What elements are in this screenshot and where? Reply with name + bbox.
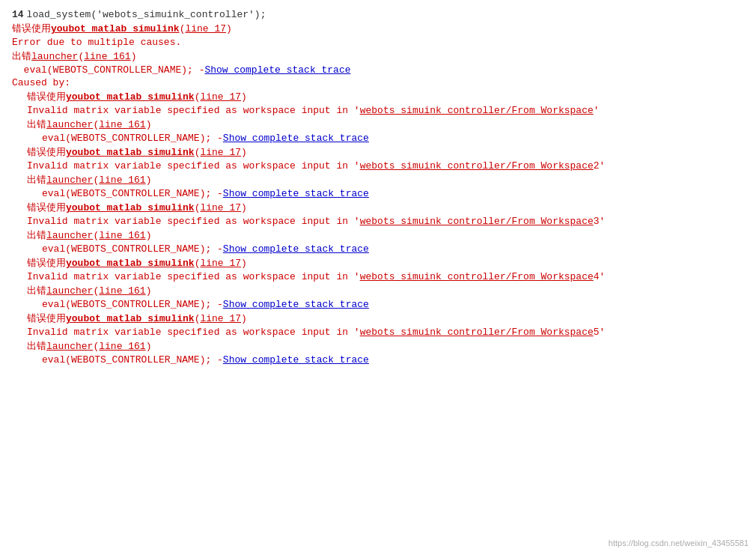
origin-close-top: ) <box>131 51 137 62</box>
sub-error-line-2: 错误使用 youbot_matlab_simulink ( line 17 ) <box>12 145 744 159</box>
sub-error-paren-5: ( <box>195 313 201 324</box>
eval-stack-top: eval(WEBOTS_CONTROLLER_NAME); - Show com… <box>12 64 744 76</box>
sub-invalid-line-2: Invalid matrix variable specified as wor… <box>12 160 744 172</box>
sub-error-lineref-3[interactable]: line 17 <box>200 202 241 213</box>
sub-eval-line-5: eval(WEBOTS_CONTROLLER_NAME); - Show com… <box>12 354 744 366</box>
origin-func-top[interactable]: launcher <box>31 51 78 62</box>
sub-path-link-1[interactable]: webots_simuink_controller/From_Workspace <box>360 105 594 116</box>
sub-origin-close-3: ) <box>146 230 152 241</box>
code-line-14: 14 load_system('webots_simuink_controlle… <box>12 9 744 20</box>
sub-path-link-5[interactable]: webots_simuink_controller/From_Workspace <box>360 327 594 338</box>
sub-origin-prefix-2: 出错 <box>27 173 46 186</box>
sub-origin-paren-1: ( <box>93 119 99 130</box>
sub-origin-lineref-4[interactable]: line 161 <box>99 285 145 297</box>
sub-origin-lineref-5[interactable]: line 161 <box>99 341 145 352</box>
error-line-link-top[interactable]: line 17 <box>185 23 226 34</box>
sub-origin-paren-3: ( <box>93 230 99 241</box>
error-line-paren-top: ( <box>180 23 186 34</box>
sub-eval-text-3: eval(WEBOTS_CONTROLLER_NAME); - <box>42 243 223 255</box>
sub-path-link-4[interactable]: webots_simuink_controller/From_Workspace <box>360 271 594 282</box>
sub-origin-func-5[interactable]: launcher <box>46 341 93 352</box>
sub-eval-line-4: eval(WEBOTS_CONTROLLER_NAME); - Show com… <box>12 299 744 310</box>
sub-origin-paren-2: ( <box>93 175 99 186</box>
sub-origin-prefix-1: 出错 <box>27 118 46 131</box>
sub-error-prefix-4: 错误使用 <box>27 256 66 270</box>
sub-origin-func-2[interactable]: launcher <box>46 175 93 186</box>
sub-origin-line-4: 出错 launcher ( line 161 ) <box>12 284 744 297</box>
sub-eval-text-2: eval(WEBOTS_CONTROLLER_NAME); - <box>42 188 223 199</box>
origin-prefix-top: 出错 <box>12 49 31 63</box>
sub-error-line-1[interactable]: line 17 <box>200 91 241 103</box>
sub-origin-lineref-3[interactable]: line 161 <box>99 230 145 241</box>
sub-origin-line-5: 出错 launcher ( line 161 ) <box>12 339 744 353</box>
caused-by-line: Caused by: <box>12 77 744 88</box>
caused-by-text: Caused by: <box>12 77 70 88</box>
sub-eval-line-2: eval(WEBOTS_CONTROLLER_NAME); - Show com… <box>12 188 744 199</box>
sub-path-link-3[interactable]: webots_simuink_controller/From_Workspace <box>360 216 594 227</box>
sub-origin-close-2: ) <box>146 175 152 186</box>
sub-invalid-text-4: Invalid matrix variable specified as wor… <box>27 271 360 282</box>
sub-error-close-4: ) <box>241 258 247 269</box>
line-number-14: 14 <box>12 9 24 20</box>
sub-error-func-4[interactable]: youbot_matlab_simulink <box>66 258 195 269</box>
origin-line-top-link[interactable]: line 161 <box>84 51 130 62</box>
sub-error-lineref-2[interactable]: line 17 <box>200 147 241 158</box>
sub-stack-link-1[interactable]: Show complete stack trace <box>223 133 369 144</box>
sub-error-func-1[interactable]: youbot_matlab_simulink <box>66 91 195 103</box>
sub-error-line-4: 错误使用 youbot_matlab_simulink ( line 17 ) <box>12 256 744 270</box>
top-error-line: 错误使用 youbot_matlab_simulink ( line 17 ) <box>12 22 744 35</box>
sub-stack-link-2[interactable]: Show complete stack trace <box>223 188 369 199</box>
code-text-14: load_system('webots_simuink_controller')… <box>27 9 266 20</box>
error-func-link-top[interactable]: youbot_matlab_simulink <box>51 23 180 34</box>
sub-path-link-2[interactable]: webots_simuink_controller/From_Workspace <box>360 160 594 172</box>
sub-error-line-3: 错误使用 youbot_matlab_simulink ( line 17 ) <box>12 201 744 214</box>
sub-origin-close-5: ) <box>146 341 152 352</box>
sub-invalid-text-2: Invalid matrix variable specified as wor… <box>27 160 360 172</box>
error-message: Error due to multiple causes. <box>12 37 181 48</box>
sub-invalid-text-3: Invalid matrix variable specified as wor… <box>27 216 360 227</box>
sub-error-close-1: ) <box>241 91 247 103</box>
sub-path-suffix-5: 5' <box>594 327 606 338</box>
sub-invalid-line-4: Invalid matrix variable specified as wor… <box>12 271 744 282</box>
sub-error-close-3: ) <box>241 202 247 213</box>
sub-error-lineref-4[interactable]: line 17 <box>200 258 241 269</box>
sub-stack-link-4[interactable]: Show complete stack trace <box>223 299 369 310</box>
sub-invalid-text-5: Invalid matrix variable specified as wor… <box>27 327 360 338</box>
error-prefix-top: 错误使用 <box>12 22 51 35</box>
sub-origin-func-4[interactable]: launcher <box>46 285 93 297</box>
sub-origin-func-1[interactable]: launcher <box>46 119 93 130</box>
sub-error-func-5[interactable]: youbot_matlab_simulink <box>66 313 195 324</box>
sub-path-suffix-4: 4' <box>594 271 606 282</box>
sub-error-paren-3: ( <box>195 202 201 213</box>
sub-origin-line-1: 出错 launcher ( line 161 ) <box>12 118 744 131</box>
origin-paren-top: ( <box>78 51 84 62</box>
sub-error-paren-1: ( <box>195 91 201 103</box>
sub-stack-link-3[interactable]: Show complete stack trace <box>223 243 369 255</box>
sub-error-line-1: 错误使用 youbot_matlab_simulink ( line 17 ) <box>12 90 744 103</box>
watermark-text: https://blog.csdn.net/weixin_43455581 <box>609 539 749 548</box>
sub-path-suffix-1: ' <box>594 105 600 116</box>
sub-stack-link-5[interactable]: Show complete stack trace <box>223 354 369 366</box>
sub-error-close-5: ) <box>241 313 247 324</box>
error-line-close-top: ) <box>226 23 232 34</box>
sub-origin-paren-4: ( <box>93 285 99 297</box>
sub-origin-func-3[interactable]: launcher <box>46 230 93 241</box>
sub-origin-prefix-3: 出错 <box>27 228 46 242</box>
sub-error-lineref-5[interactable]: line 17 <box>200 313 241 324</box>
sub-eval-text-1: eval(WEBOTS_CONTROLLER_NAME); - <box>42 133 223 144</box>
sub-error-prefix-3: 错误使用 <box>27 201 66 214</box>
error-output-container: 14 load_system('webots_simuink_controlle… <box>0 0 756 555</box>
origin-line-top: 出错 launcher ( line 161 ) <box>12 49 744 63</box>
sub-error-func-2[interactable]: youbot_matlab_simulink <box>66 147 195 158</box>
sub-origin-line-3: 出错 launcher ( line 161 ) <box>12 228 744 242</box>
sub-origin-lineref-2[interactable]: line 161 <box>99 175 145 186</box>
eval-text-top: eval(WEBOTS_CONTROLLER_NAME); - <box>12 64 204 76</box>
sub-error-paren-4: ( <box>195 258 201 269</box>
stack-trace-link-top[interactable]: Show complete stack trace <box>204 64 350 76</box>
sub-invalid-line-3: Invalid matrix variable specified as wor… <box>12 216 744 227</box>
sub-origin-lineref-1[interactable]: line 161 <box>99 119 145 130</box>
sub-error-paren-2: ( <box>195 147 201 158</box>
sub-error-prefix-2: 错误使用 <box>27 145 66 159</box>
sub-error-func-3[interactable]: youbot_matlab_simulink <box>66 202 195 213</box>
sub-origin-prefix-4: 出错 <box>27 284 46 297</box>
